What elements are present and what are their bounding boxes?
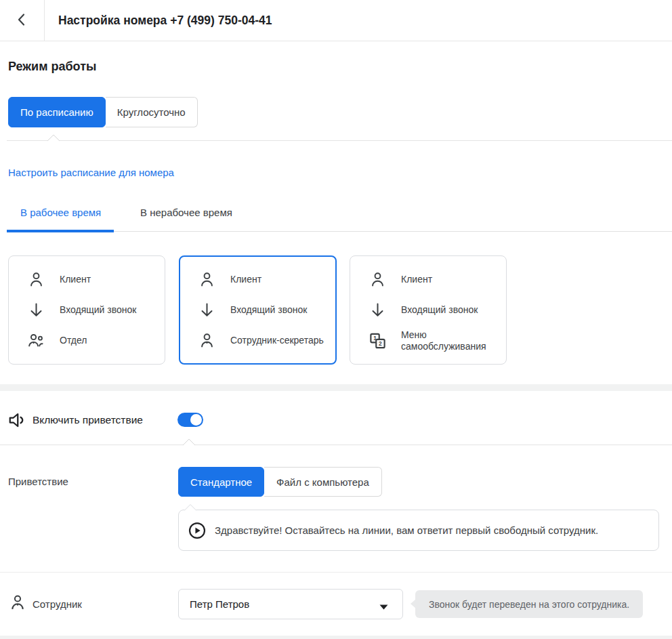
- greeting-toggle-switch[interactable]: [177, 413, 203, 427]
- page-title: Настройка номера +7 (499) 750-04-41: [58, 0, 272, 41]
- tab-working-hours[interactable]: В рабочее время: [20, 207, 101, 218]
- caret-down-icon: [379, 601, 389, 613]
- callout-tail: [184, 503, 196, 512]
- person-icon: [27, 270, 45, 289]
- back-button[interactable]: [8, 8, 35, 33]
- divider-notch: [183, 438, 195, 446]
- routing-card-secretary-selected[interactable]: Клиент Входящий звонок Сотрудник-секрета…: [179, 255, 337, 365]
- greeting-source-file[interactable]: Файл с компьютера: [264, 467, 382, 497]
- card-row: Входящий звонок: [180, 295, 335, 325]
- card-row-label: Меню самообслуживания: [401, 329, 503, 352]
- card-row-label: Клиент: [60, 274, 91, 285]
- divider-notch: [47, 134, 60, 142]
- number-settings-page: Настройка номера +7 (499) 750-04-41 Режи…: [0, 0, 672, 639]
- card-row-label: Входящий звонок: [401, 304, 478, 316]
- toggle-knob: [190, 414, 202, 426]
- person-secretary-icon: [198, 331, 216, 350]
- card-row-label: Отдел: [60, 335, 87, 346]
- play-button[interactable]: [188, 521, 207, 540]
- greeting-label: Приветствие: [8, 476, 68, 487]
- person-icon: [198, 270, 216, 289]
- greeting-source-switch: Стандартное Файл с компьютера: [178, 467, 382, 497]
- card-row-label: Клиент: [401, 274, 432, 285]
- card-row: Клиент: [180, 264, 335, 295]
- employee-select[interactable]: Петр Петров: [178, 589, 403, 619]
- header: Настройка номера +7 (499) 750-04-41: [0, 0, 672, 41]
- work-mode-switch: По расписанию Круглосуточно: [8, 97, 198, 127]
- card-row-label: Клиент: [230, 274, 261, 285]
- arrow-down-icon: [369, 301, 387, 319]
- employee-selected-value: Петр Петров: [190, 590, 249, 619]
- arrow-down-icon: [27, 301, 45, 319]
- employee-hint-tooltip: Звонок будет переведен на этого сотрудни…: [415, 590, 643, 618]
- section-divider-work-mode: [7, 140, 672, 141]
- card-row: Сотрудник-секретарь: [180, 325, 335, 356]
- card-row: Клиент: [350, 264, 506, 295]
- section-divider-greeting: [0, 445, 672, 445]
- active-tab-indicator: [7, 230, 114, 232]
- play-circle-icon: [188, 532, 207, 542]
- card-row: Входящий звонок: [9, 295, 165, 325]
- greeting-toggle-label: Включить приветствие: [33, 414, 143, 426]
- section-divider-employee: [0, 572, 672, 573]
- card-row: Входящий звонок: [350, 295, 506, 325]
- configure-schedule-link[interactable]: Настроить расписание для номера: [8, 167, 174, 178]
- greeting-preview-box: Здравствуйте! Оставайтесь на линии, вам …: [178, 510, 659, 551]
- people-group-icon: [27, 331, 45, 350]
- person-secretary-icon: [8, 593, 27, 615]
- greeting-source-standard[interactable]: Стандартное: [178, 467, 264, 497]
- tabs-baseline: [114, 231, 672, 232]
- chevron-left-icon: [14, 12, 30, 30]
- work-mode-option-24-7[interactable]: Круглосуточно: [106, 97, 198, 127]
- tab-non-working-hours[interactable]: В нерабочее время: [140, 207, 232, 218]
- card-row: Отдел: [9, 325, 165, 356]
- svg-text:2: 2: [379, 340, 382, 347]
- card-row-label: Входящий звонок: [60, 304, 136, 316]
- card-row: Клиент: [9, 264, 165, 295]
- employee-label: Сотрудник: [33, 598, 82, 610]
- card-row-label: Сотрудник-секретарь: [230, 335, 324, 346]
- person-icon: [369, 270, 387, 289]
- tooltip-arrow-icon: [411, 599, 416, 609]
- employee-hint-text: Звонок будет переведен на этого сотрудни…: [429, 599, 629, 610]
- header-divider: [44, 0, 45, 41]
- routing-card-department[interactable]: Клиент Входящий звонок Отдел: [8, 255, 165, 365]
- card-row: 12 Меню самообслуживания: [350, 325, 506, 356]
- menu-1-2-icon: 12: [369, 331, 387, 350]
- routing-card-self-service-menu[interactable]: Клиент Входящий звонок 12 Меню самообслу…: [350, 255, 507, 365]
- bottom-separator: [0, 636, 672, 639]
- work-mode-option-schedule[interactable]: По расписанию: [8, 97, 106, 127]
- card-row-label: Входящий звонок: [230, 304, 307, 316]
- work-mode-heading: Режим работы: [8, 60, 96, 74]
- arrow-down-icon: [198, 301, 216, 319]
- speaker-icon: [7, 410, 28, 433]
- greeting-message: Здравствуйте! Оставайтесь на линии, вам …: [215, 510, 598, 550]
- section-separator: [0, 384, 672, 391]
